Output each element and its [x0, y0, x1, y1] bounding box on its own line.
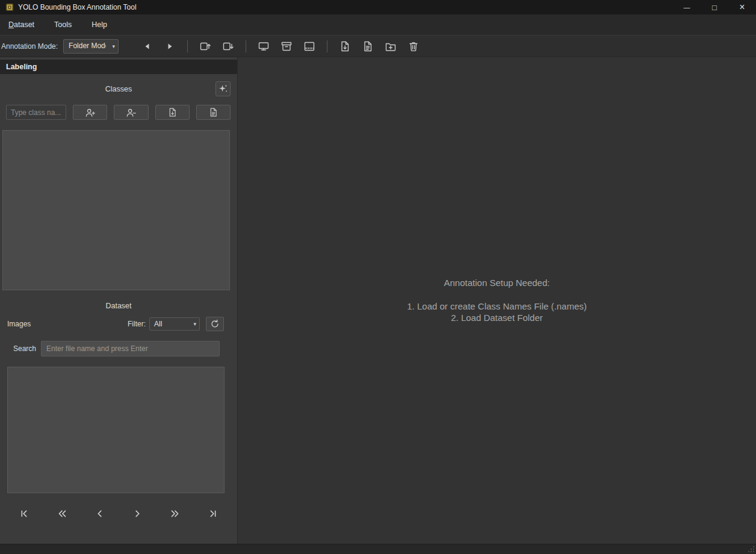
arrow-left-icon — [144, 43, 150, 50]
image-search-input[interactable] — [41, 341, 220, 356]
user-minus-icon — [126, 107, 137, 118]
rewind-button[interactable] — [48, 505, 76, 522]
titlebar: YOLO Bounding Box Annotation Tool — □ × — [0, 0, 756, 14]
app-window: YOLO Bounding Box Annotation Tool — □ × … — [0, 0, 756, 554]
images-list[interactable] — [7, 367, 225, 493]
load-classes-file-button[interactable] — [155, 105, 190, 120]
classes-list[interactable] — [2, 130, 230, 290]
user-plus-icon — [85, 107, 96, 118]
arrow-right-icon — [167, 43, 173, 50]
toolbar-separator — [187, 40, 188, 52]
setup-step-2: 2. Load Dataset Folder — [451, 312, 543, 323]
filter-label: Filter: — [128, 320, 146, 328]
image-import-button[interactable] — [218, 39, 238, 54]
window-title: YOLO Bounding Box Annotation Tool — [18, 3, 137, 11]
menu-dataset[interactable]: Dataset — [1, 16, 42, 33]
fast-forward-button[interactable] — [161, 505, 190, 522]
toolbar-prev-button[interactable] — [137, 39, 157, 54]
class-input-row — [0, 105, 237, 120]
panel-bottom-icon — [303, 40, 315, 52]
menubar: Dataset Tools Help — [0, 14, 756, 35]
image-import-icon — [222, 40, 234, 52]
file-import-icon — [167, 107, 178, 117]
dataset-title: Dataset — [105, 302, 131, 310]
save-classes-file-button[interactable] — [196, 105, 231, 120]
skip-first-icon — [17, 507, 31, 520]
double-chevron-right-icon — [169, 507, 182, 520]
image-upload-icon — [199, 40, 211, 52]
image-filter-select[interactable]: All — [149, 317, 200, 331]
file-icon — [362, 40, 374, 52]
remove-class-button[interactable] — [114, 105, 148, 120]
bottom-panel-button[interactable] — [299, 39, 320, 54]
toolbar-next-button[interactable] — [160, 39, 180, 54]
add-class-button[interactable] — [73, 105, 107, 120]
class-name-input[interactable] — [6, 105, 66, 120]
setup-title: Annotation Setup Needed: — [444, 278, 550, 288]
double-chevron-left-icon — [55, 507, 69, 520]
sidebar-panel-title: Labeling — [0, 60, 237, 74]
folder-add-icon — [385, 40, 397, 52]
toolbar-separator — [327, 40, 327, 52]
archive-button[interactable] — [276, 39, 297, 54]
app-icon — [5, 3, 14, 11]
annotation-mode-select-wrap: Folder Mode ▾ — [63, 39, 119, 54]
auto-label-button[interactable] — [215, 81, 231, 96]
chevron-right-icon — [131, 507, 144, 520]
trash-icon — [407, 40, 420, 52]
folder-add-button[interactable] — [380, 39, 401, 54]
images-label: Images — [7, 320, 31, 328]
minimize-button[interactable]: — — [673, 0, 701, 14]
labeling-sidebar: Labeling Classes — [0, 57, 238, 544]
annotation-mode-label: Annotation Mode: — [1, 42, 58, 51]
menu-tools[interactable]: Tools — [47, 16, 79, 33]
sparkles-icon — [218, 84, 228, 94]
search-label: Search — [13, 344, 36, 353]
toolbar: Annotation Mode: Folder Mode ▾ — [0, 35, 756, 57]
skip-last-icon — [206, 507, 220, 520]
archive-icon — [280, 40, 293, 52]
file-import-icon — [339, 40, 351, 52]
maximize-button[interactable]: □ — [701, 0, 728, 14]
image-filter-select-wrap: All ▾ — [149, 317, 200, 331]
annotation-canvas: Annotation Setup Needed: 1. Load or crea… — [238, 57, 756, 544]
dataset-section-header: Dataset — [0, 300, 237, 310]
search-row: Search — [0, 341, 237, 356]
close-icon: × — [739, 2, 745, 12]
file-button[interactable] — [358, 39, 378, 54]
resize-grip[interactable] — [748, 546, 755, 553]
statusbar — [0, 544, 756, 554]
delete-button[interactable] — [403, 39, 424, 54]
monitor-icon — [258, 40, 270, 52]
menu-help[interactable]: Help — [84, 16, 114, 33]
refresh-button[interactable] — [206, 317, 224, 331]
file-import-button[interactable] — [335, 39, 355, 54]
annotation-mode-select[interactable]: Folder Mode — [63, 39, 119, 54]
image-navigation — [0, 505, 237, 522]
file-lines-icon — [208, 107, 218, 117]
classes-title: Classes — [105, 85, 132, 93]
chevron-left-icon — [93, 507, 107, 520]
toolbar-separator — [246, 40, 246, 52]
window-controls: — □ × — [673, 0, 756, 14]
next-image-button[interactable] — [123, 505, 152, 522]
last-image-button[interactable] — [199, 505, 228, 522]
maximize-icon: □ — [712, 4, 717, 11]
display-button[interactable] — [253, 39, 274, 54]
minimize-icon: — — [684, 4, 690, 11]
image-upload-button[interactable] — [195, 39, 215, 54]
filter-row: Images Filter: All ▾ — [0, 317, 237, 331]
content-area: Labeling Classes — [0, 57, 756, 544]
first-image-button[interactable] — [10, 505, 39, 522]
prev-image-button[interactable] — [85, 505, 114, 522]
classes-section-header: Classes — [0, 81, 237, 96]
setup-step-1: 1. Load or create Class Names File (.nam… — [407, 300, 586, 312]
close-button[interactable]: × — [728, 0, 756, 14]
refresh-icon — [210, 319, 220, 329]
